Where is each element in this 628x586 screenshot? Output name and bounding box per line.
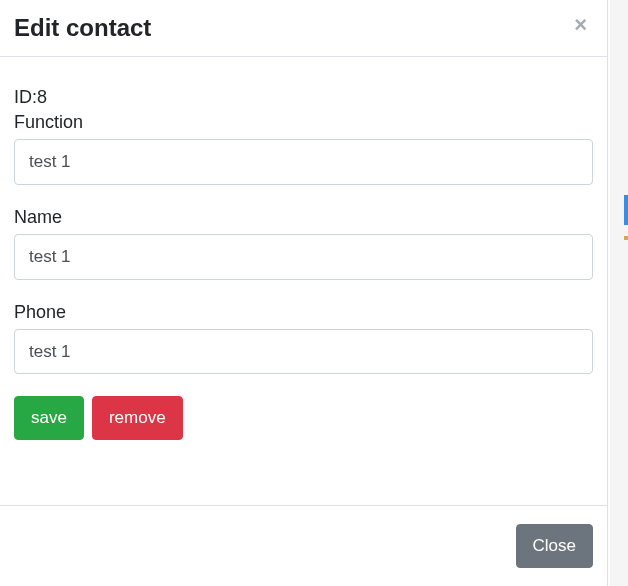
id-label: ID: — [14, 87, 37, 107]
save-button[interactable]: save — [14, 396, 84, 440]
modal-header: Edit contact × — [0, 0, 607, 57]
phone-group: Phone — [14, 302, 593, 375]
edit-contact-modal: Edit contact × ID:8 Function Name Phone … — [0, 0, 608, 586]
close-icon[interactable]: × — [570, 14, 591, 36]
background-hint — [610, 0, 628, 586]
phone-label: Phone — [14, 302, 593, 323]
name-group: Name — [14, 207, 593, 280]
id-value: 8 — [37, 87, 47, 107]
name-input[interactable] — [14, 234, 593, 280]
function-group: Function — [14, 112, 593, 185]
modal-body: ID:8 Function Name Phone save remove — [0, 57, 607, 505]
name-label: Name — [14, 207, 593, 228]
bg-accent-1 — [624, 195, 628, 225]
close-button[interactable]: Close — [516, 524, 593, 568]
function-label: Function — [14, 112, 593, 133]
function-input[interactable] — [14, 139, 593, 185]
modal-title: Edit contact — [14, 14, 151, 42]
contact-id: ID:8 — [14, 87, 593, 108]
phone-input[interactable] — [14, 329, 593, 375]
remove-button[interactable]: remove — [92, 396, 183, 440]
bg-accent-2 — [624, 236, 628, 240]
action-buttons: save remove — [14, 396, 593, 440]
modal-footer: Close — [0, 505, 607, 586]
